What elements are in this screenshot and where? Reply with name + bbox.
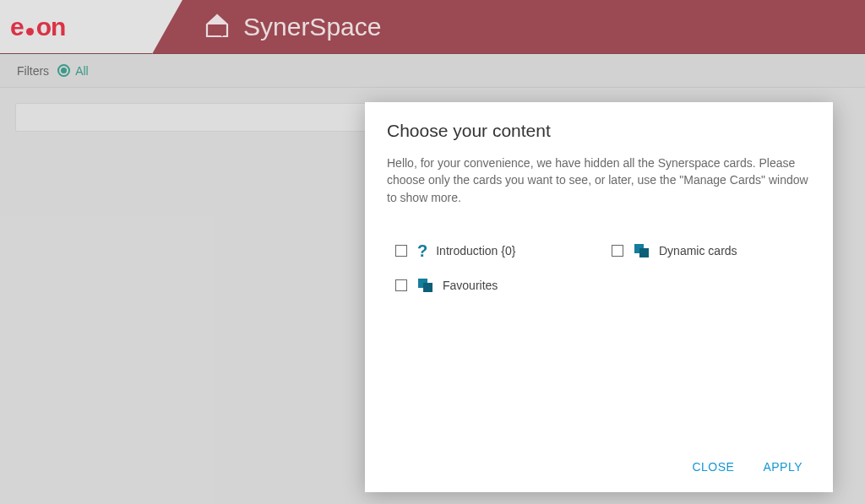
- checkbox-dynamic-cards[interactable]: [612, 245, 623, 257]
- modal-title: Choose your content: [387, 121, 811, 141]
- apply-button[interactable]: APPLY: [763, 460, 802, 474]
- modal-options-grid: ? Introduction {0} Dynamic cards Favou: [387, 241, 811, 293]
- option-favourites-label: Favourites: [443, 279, 498, 292]
- modal-actions: CLOSE APPLY: [387, 460, 811, 479]
- option-favourites[interactable]: Favourites: [395, 278, 595, 293]
- checkbox-introduction[interactable]: [395, 245, 407, 257]
- cards-icon: [417, 278, 434, 293]
- svg-rect-3: [639, 248, 649, 257]
- modal-description: Hello, for your convenience, we have hid…: [387, 154, 811, 206]
- option-dynamic-cards-label: Dynamic cards: [659, 244, 737, 257]
- cards-icon: [634, 243, 650, 258]
- choose-content-modal: Choose your content Hello, for your conv…: [365, 102, 833, 492]
- close-button[interactable]: CLOSE: [692, 460, 734, 474]
- svg-rect-5: [423, 283, 432, 292]
- option-dynamic-cards[interactable]: Dynamic cards: [612, 241, 811, 261]
- checkbox-favourites[interactable]: [395, 279, 407, 291]
- option-introduction-label: Introduction {0}: [436, 244, 515, 257]
- question-icon: ?: [417, 241, 427, 261]
- option-introduction[interactable]: ? Introduction {0}: [395, 241, 595, 261]
